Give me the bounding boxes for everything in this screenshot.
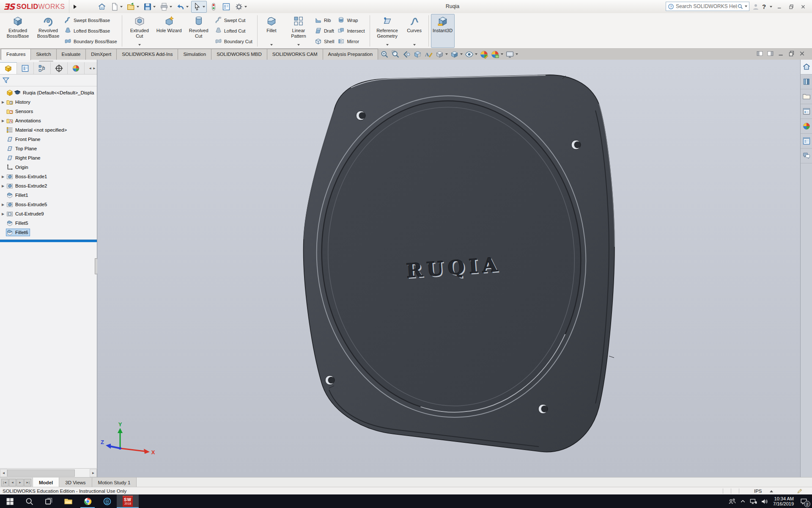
expand-arrow[interactable]: ▶ [0, 184, 6, 188]
hole-top-right[interactable] [571, 140, 581, 149]
tree-tabs-scroll-left[interactable]: ◄ [88, 66, 92, 70]
tree-filter-row[interactable] [0, 75, 97, 86]
task-pane-home-button[interactable] [801, 60, 812, 75]
tree-item-cut-extrude9[interactable]: ▶Cut-Extrude9 [0, 209, 97, 218]
hud-view-settings-button[interactable] [505, 50, 518, 59]
hud-zoom-fit-button[interactable] [380, 50, 390, 59]
task-view-button[interactable] [39, 494, 58, 508]
tree-item-boss-extrude2[interactable]: ▶Boss-Extrude2 [0, 181, 97, 190]
file-explorer-button[interactable] [58, 494, 78, 508]
command-tab-analysis-preparation[interactable]: Analysis Preparation [323, 49, 378, 60]
command-tab-simulation[interactable]: Simulation [178, 49, 211, 60]
tab-next-button[interactable]: ► [16, 479, 24, 486]
rollback-bar[interactable] [0, 240, 97, 242]
menu-expand-arrow[interactable] [74, 5, 77, 9]
tree-item-front[interactable]: Front Plane [0, 135, 97, 144]
task-pane-design-library-button[interactable] [801, 75, 812, 89]
ribbon-button-reference-geometry[interactable]: Reference Geometry [372, 14, 403, 48]
selection-filter-button[interactable] [208, 1, 219, 13]
close-button[interactable] [798, 3, 808, 11]
task-pane-custom-properties-button[interactable] [801, 134, 812, 149]
tree-item-top[interactable]: Top Plane [0, 144, 97, 153]
tree-item-boss-extrude1[interactable]: ▶Boss-Extrude1 [0, 172, 97, 181]
ribbon-button-revolved-cut[interactable]: Revolved Cut [184, 14, 214, 48]
expand-arrow[interactable]: ▶ [0, 119, 6, 123]
network-icon[interactable] [749, 497, 757, 505]
tab-last-button[interactable]: ►| [24, 479, 31, 486]
units-caret[interactable] [770, 490, 773, 492]
tree-item-material[interactable]: Material <not specified> [0, 125, 97, 135]
people-icon[interactable] [728, 497, 736, 505]
ribbon-button-boundary-boss[interactable]: Boundary Boss/Base [63, 36, 120, 47]
ribbon-button-extruded-cut[interactable]: Extruded Cut [124, 14, 155, 48]
document-minimize-button[interactable] [777, 50, 785, 57]
hud-hide-show-items-button[interactable] [464, 50, 478, 59]
ribbon-button-lofted-boss[interactable]: Lofted Boss/Base [63, 25, 120, 36]
ribbon-button-fillet[interactable]: Fillet [260, 14, 283, 48]
tree-item-right[interactable]: Right Plane [0, 153, 97, 163]
tray-expand-icon[interactable] [739, 498, 746, 505]
select-cursor-button[interactable] [191, 1, 207, 13]
document-close-button[interactable] [798, 50, 806, 57]
tree-item-fillet5[interactable]: Fillet5 [0, 218, 97, 228]
hud-apply-scene-button[interactable] [490, 50, 504, 59]
scroll-thumb[interactable] [7, 469, 75, 477]
command-tab-sketch[interactable]: Sketch [30, 49, 56, 60]
volume-icon[interactable] [760, 497, 768, 505]
feature-manager-tab-2[interactable] [17, 62, 34, 74]
ribbon-button-wrap[interactable]: Wrap [337, 15, 367, 25]
ribbon-button-intersect[interactable]: Intersect [337, 25, 367, 36]
restore-button[interactable] [787, 3, 796, 11]
ribbon-button-rib[interactable]: Rib [314, 15, 337, 25]
tree-item-origin[interactable]: Origin [0, 163, 97, 172]
new-doc-button[interactable] [109, 1, 124, 13]
ribbon-button-extruded-boss[interactable]: Extruded Boss/Base [3, 14, 33, 48]
hud-previous-view-button[interactable] [402, 50, 411, 59]
internet-explorer-button[interactable] [97, 494, 117, 508]
home-button[interactable] [96, 1, 108, 13]
tree-item-ruqia[interactable]: Ruqia (Default<<Default>_Displa [0, 88, 97, 97]
units-indicator[interactable]: IPS [754, 489, 762, 494]
tab-first-button[interactable]: |◄ [1, 479, 8, 486]
undo-button[interactable] [175, 1, 190, 13]
command-tab-evaluate[interactable]: Evaluate [56, 49, 86, 60]
ribbon-button-draft[interactable]: Draft [314, 25, 337, 36]
tree-item-boss-extrude5[interactable]: ▶Boss-Extrude5 [0, 200, 97, 209]
ribbon-button-instant3d[interactable]: Instant3D [431, 14, 455, 48]
task-pane-forum-button[interactable] [801, 149, 812, 163]
document-tab-3d-views[interactable]: 3D Views [59, 478, 92, 487]
hud-zoom-area-button[interactable] [391, 50, 401, 59]
ribbon-button-revolved-boss[interactable]: Revolved Boss/Base [33, 14, 63, 48]
hud-display-style-button[interactable] [450, 50, 463, 59]
command-tab-solidworks-mbd[interactable]: SOLIDWORKS MBD [211, 49, 267, 60]
hud-section-view-button[interactable] [413, 50, 422, 59]
command-tab-solidworks-add-ins[interactable]: SOLIDWORKS Add-Ins [116, 49, 178, 60]
task-pane-view-palette-button[interactable] [801, 104, 812, 119]
command-tab-features[interactable]: Features [1, 49, 31, 60]
tree-tabs-scroll-right[interactable]: ► [93, 66, 96, 70]
open-button[interactable] [125, 1, 141, 13]
collapse-right-pane-button[interactable] [767, 50, 774, 57]
start-button[interactable] [0, 494, 19, 508]
ribbon-button-mirror[interactable]: Mirror [337, 36, 367, 47]
scroll-left-button[interactable]: ◄ [0, 469, 7, 477]
document-restore-button[interactable] [788, 50, 795, 57]
expand-arrow[interactable]: ▶ [0, 175, 6, 179]
solidworks-taskbar-button[interactable]: SW 2018 [117, 494, 139, 508]
save-button[interactable] [142, 1, 157, 13]
taskbar-search-button[interactable] [19, 494, 39, 508]
hole-bottom-left[interactable] [325, 375, 335, 385]
ribbon-button-linear-pattern[interactable]: Linear Pattern [283, 14, 314, 48]
expand-arrow[interactable]: ▶ [0, 100, 6, 104]
ribbon-button-curves[interactable]: Curves [403, 14, 426, 48]
hud-view-orientation-button[interactable] [435, 50, 448, 59]
tree-horizontal-scrollbar[interactable]: ◄ ► [0, 468, 97, 477]
tree-item-fillet6[interactable]: Fillet6 [0, 228, 97, 237]
help-caret[interactable] [770, 6, 772, 8]
ribbon-button-hole-wizard[interactable]: Hole Wizard [155, 14, 184, 48]
expand-arrow[interactable]: ▶ [0, 212, 6, 216]
feature-manager-tab-4[interactable] [51, 62, 68, 74]
task-pane-appearances-button[interactable] [801, 119, 812, 134]
help-button[interactable]: ? [762, 3, 766, 10]
user-account-icon[interactable] [752, 3, 760, 11]
